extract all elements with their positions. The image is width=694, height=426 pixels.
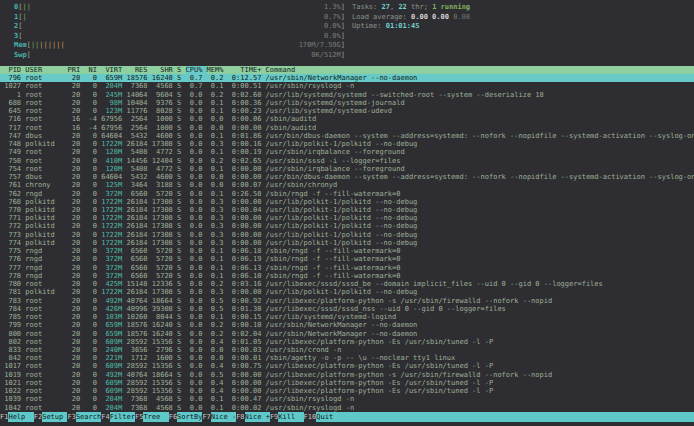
process-row[interactable]: 750 root 20 0 410M 14456 12404 S 0.0 0.2…: [0, 157, 694, 165]
process-row[interactable]: 716 root 16 -4 67956 2564 1000 S 0.0 0.0…: [0, 115, 694, 123]
column-header-cpu[interactable]: CPU%: [186, 66, 207, 74]
cpu1-meter-value: 0.7%: [324, 13, 341, 23]
fn-nice--[interactable]: Nice -: [211, 412, 236, 422]
load-average-line: Load average: 0.00 0.00 0.00: [352, 13, 470, 23]
cpu1-meter-bars: |: [22, 13, 26, 23]
process-row[interactable]: 754 root 20 0 120M 5408 4772 S 0.0 0.1 0…: [0, 165, 694, 173]
column-header-time[interactable]: TIME+: [228, 66, 266, 74]
column-header-res[interactable]: RES: [126, 66, 151, 74]
column-header-pid[interactable]: PID: [0, 66, 25, 74]
cpu2-meter-value: 0.0%: [324, 22, 341, 32]
process-row[interactable]: 770 polkitd 20 0 1722M 26184 17308 S 0.0…: [0, 206, 694, 214]
process-row[interactable]: 799 root 20 0 659M 18576 16240 S 0.0 0.2…: [0, 321, 694, 329]
process-row[interactable]: 783 root 20 0 492M 40764 18664 S 0.0 0.5…: [0, 297, 694, 305]
process-row[interactable]: 842 root 20 0 221M 1712 1600 S 0.0 0.0 0…: [0, 354, 694, 362]
swap-meter-value: 0K/512M: [311, 51, 341, 61]
process-row[interactable]: 688 root 20 0 98M 10404 9376 S 0.0 0.1 0…: [0, 99, 694, 107]
process-row[interactable]: 768 polkitd 20 0 1722M 26184 17308 S 0.0…: [0, 198, 694, 206]
column-header-s[interactable]: S: [177, 66, 185, 74]
process-row[interactable]: 761 chrony 20 0 125M 3464 3188 S 0.0 0.0…: [0, 181, 694, 189]
process-row[interactable]: 1022 root 20 0 609M 28592 15356 S 0.0 0.…: [0, 387, 694, 395]
fnkey-f7[interactable]: F7: [202, 412, 210, 422]
process-row[interactable]: 773 polkitd 20 0 1722M 26184 17308 S 0.0…: [0, 231, 694, 239]
process-row[interactable]: 717 root 16 -4 67956 2564 1000 S 0.0 0.0…: [0, 124, 694, 132]
cpu0-meter-value: 1.3%: [324, 3, 341, 13]
tasks-line: Tasks: 27, 22 thr; 1 running: [352, 3, 470, 13]
memory-meter-value: 170M/7.59G: [299, 41, 341, 51]
process-row[interactable]: 781 polkitd 20 0 1722M 26184 17308 S 0.0…: [0, 288, 694, 296]
process-row[interactable]: 772 polkitd 20 0 1722M 26184 17308 S 0.0…: [0, 222, 694, 230]
fn-nice-+[interactable]: Nice +: [245, 412, 270, 422]
cpu2-meter: 2[0.0%]: [14, 22, 345, 32]
process-row[interactable]: 784 root 20 0 426M 40996 39308 S 0.0 0.5…: [0, 305, 694, 313]
process-row[interactable]: 748 polkitd 20 0 1722M 26184 17308 S 0.0…: [0, 140, 694, 148]
process-row[interactable]: 778 rngd 20 0 372M 6560 5720 S 0.0 0.1 0…: [0, 272, 694, 280]
meters: 0[||1.3%]1[|0.7%]2[0.0%]3[0.0%]Mem[|||||…: [14, 3, 345, 60]
fnkey-f5[interactable]: F5: [135, 412, 143, 422]
fnkey-f9[interactable]: F9: [270, 412, 278, 422]
process-row[interactable]: 1021 root 20 0 609M 28592 15356 S 0.0 0.…: [0, 379, 694, 387]
fnkey-f8[interactable]: F8: [236, 412, 244, 422]
process-row[interactable]: 762 rngd 20 0 372M 6560 5720 S 0.0 0.1 0…: [0, 190, 694, 198]
swap-meter: Swp[0K/512M]: [14, 51, 345, 61]
process-row-selected[interactable]: 796 root 20 0 659M 18576 16240 S 0.7 0.2…: [0, 74, 694, 82]
process-row[interactable]: 776 rngd 20 0 372M 6560 5720 S 0.0 0.1 0…: [0, 255, 694, 263]
table-header-row: PID USER PRI NI VIRT RES SHR S CPU% MEM%…: [0, 66, 694, 74]
fn-filter[interactable]: Filter: [110, 412, 135, 422]
fnkey-f2[interactable]: F2: [34, 412, 42, 422]
process-row[interactable]: 780 root 20 0 425M 15148 12336 S 0.0 0.2…: [0, 280, 694, 288]
fnkey-f1[interactable]: F1: [0, 412, 8, 422]
fn-setup[interactable]: Setup: [42, 412, 67, 422]
process-row[interactable]: 800 root 20 0 659M 18576 16240 S 0.0 0.2…: [0, 330, 694, 338]
process-row[interactable]: 833 root 20 0 240M 3656 2796 S 0.0 0.0 0…: [0, 346, 694, 354]
process-row[interactable]: 645 root 20 0 123M 11776 8028 S 0.0 0.1 …: [0, 107, 694, 115]
process-row[interactable]: 802 root 20 0 609M 28592 15356 S 0.0 0.4…: [0, 338, 694, 346]
cpu3-meter-value: 0.0%: [324, 32, 341, 42]
fnkey-f3[interactable]: F3: [67, 412, 75, 422]
process-row[interactable]: 749 root 20 0 120M 5408 4772 S 0.0 0.1 0…: [0, 148, 694, 156]
column-header-user[interactable]: USER: [25, 66, 67, 74]
memory-meter: Mem[||||||||170M/7.59G]: [14, 41, 345, 51]
process-row[interactable]: 1027 root 20 0 204M 7368 4568 S 0.7 0.1 …: [0, 82, 694, 90]
cpu0-meter: 0[||1.3%]: [14, 3, 345, 13]
process-row[interactable]: 1042 root 20 0 204M 7368 4568 S 0.0 0.1 …: [0, 404, 694, 412]
table-body: 796 root 20 0 659M 18576 16240 S 0.7 0.2…: [0, 74, 694, 412]
fn-help[interactable]: Help: [8, 412, 33, 422]
process-row[interactable]: 777 rngd 20 0 372M 6560 5720 S 0.0 0.1 0…: [0, 264, 694, 272]
summary: Tasks: 27, 22 thr; 1 runningLoad average…: [345, 3, 470, 60]
process-row[interactable]: 771 polkitd 20 0 1722M 26184 17308 S 0.0…: [0, 214, 694, 222]
process-row[interactable]: 1019 root 20 0 492M 40764 18664 S 0.0 0.…: [0, 371, 694, 379]
fn-tree[interactable]: Tree: [143, 412, 168, 422]
column-header-pri[interactable]: PRI: [67, 66, 84, 74]
fn-search[interactable]: Search: [76, 412, 101, 422]
fn-sortby[interactable]: SortBy: [177, 412, 202, 422]
cpu1-meter: 1[|0.7%]: [14, 13, 345, 23]
process-row[interactable]: 774 polkitd 20 0 1722M 26184 17308 S 0.0…: [0, 239, 694, 247]
memory-meter-bars: ||||||||: [31, 41, 65, 51]
process-row[interactable]: 757 dbus 20 0 64604 5432 4600 S 0.0 0.0 …: [0, 173, 694, 181]
fn-kill[interactable]: Kill: [278, 412, 303, 422]
column-header-shr[interactable]: SHR: [152, 66, 177, 74]
cpu0-meter-bars: ||: [22, 3, 30, 13]
process-row[interactable]: 1039 root 20 0 204M 7368 4568 S 0.0 0.1 …: [0, 395, 694, 403]
column-header-mem[interactable]: MEM%: [207, 66, 228, 74]
fn-quit[interactable]: Quit: [316, 412, 694, 422]
process-row[interactable]: 747 dbus 20 0 64604 5432 4600 S 0.0 0.1 …: [0, 132, 694, 140]
column-header-command[interactable]: Command: [266, 66, 296, 74]
fnkey-f10[interactable]: F10: [304, 412, 317, 422]
process-row[interactable]: 785 root 20 0 103M 10260 8044 S 0.0 0.1 …: [0, 313, 694, 321]
column-header-virt[interactable]: VIRT: [101, 66, 126, 74]
fnkey-f6[interactable]: F6: [169, 412, 177, 422]
process-row[interactable]: 775 rngd 20 0 372M 6560 5720 S 0.0 0.1 0…: [0, 247, 694, 255]
process-row[interactable]: 1 root 20 0 245M 14064 9604 S 0.0 0.2 0:…: [0, 91, 694, 99]
column-header-ni[interactable]: NI: [84, 66, 101, 74]
uptime-line: Uptime: 01:01:45: [352, 22, 470, 32]
cpu3-meter: 3[0.0%]: [14, 32, 345, 42]
fnkey-f4[interactable]: F4: [101, 412, 109, 422]
process-row[interactable]: 1017 root 20 0 609M 28592 15356 S 0.0 0.…: [0, 362, 694, 370]
process-table: PID USER PRI NI VIRT RES SHR S CPU% MEM%…: [0, 66, 694, 412]
header-area: 0[||1.3%]1[|0.7%]2[0.0%]3[0.0%]Mem[|||||…: [0, 0, 694, 60]
function-key-bar: F1Help F2Setup F3SearchF4FilterF5Tree F6…: [0, 412, 694, 422]
